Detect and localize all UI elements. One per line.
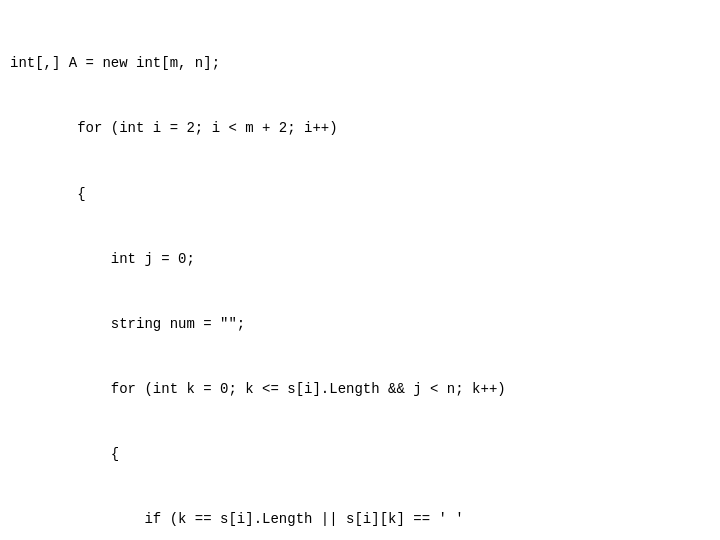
- code-line-1: int[,] A = new int[m, n];: [10, 53, 720, 75]
- code-line-8: if (k == s[i].Length || s[i][k] == ' ': [10, 509, 720, 531]
- code-line-2: for (int i = 2; i < m + 2; i++): [10, 118, 720, 140]
- code-line-6: for (int k = 0; k <= s[i].Length && j < …: [10, 379, 720, 401]
- code-line-7: {: [10, 444, 720, 466]
- code-display: int[,] A = new int[m, n]; for (int i = 2…: [10, 10, 720, 540]
- code-line-3: {: [10, 184, 720, 206]
- code-line-5: string num = "";: [10, 314, 720, 336]
- code-line-4: int j = 0;: [10, 249, 720, 271]
